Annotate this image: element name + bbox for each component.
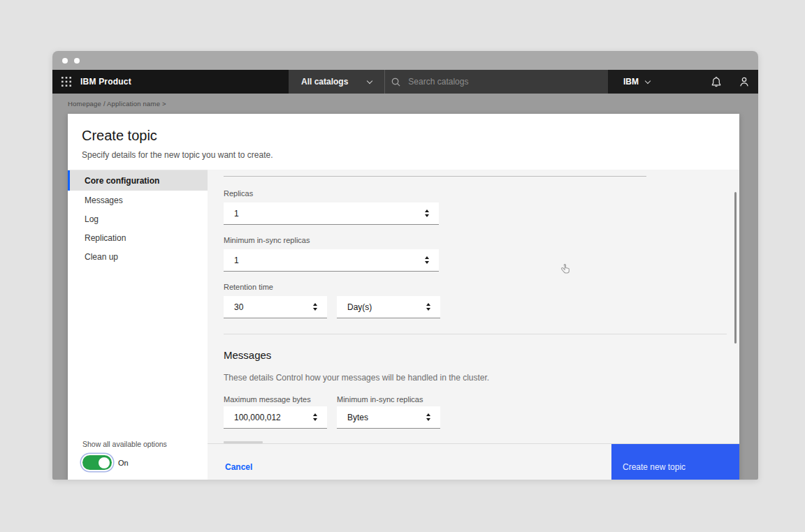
number-stepper-icon[interactable] bbox=[423, 303, 433, 311]
retention-time-input[interactable] bbox=[224, 296, 327, 318]
replicas-label: Replicas bbox=[224, 189, 253, 198]
page-title: Create topic bbox=[82, 128, 725, 144]
retention-time-label: Retention time bbox=[224, 283, 273, 291]
number-stepper-icon[interactable] bbox=[423, 413, 433, 422]
header-divider bbox=[384, 70, 385, 94]
page-backdrop: Homepage / Application name > Create top… bbox=[52, 94, 758, 480]
browser-window: IBM Product All catalogs IBM bbox=[52, 51, 758, 480]
window-control-dot[interactable] bbox=[74, 58, 80, 64]
search-icon bbox=[391, 77, 401, 87]
toggle-state-label: On bbox=[118, 459, 129, 467]
section-divider bbox=[224, 334, 727, 334]
app-switcher-icon bbox=[61, 77, 71, 87]
user-button[interactable] bbox=[730, 70, 758, 94]
notifications-button[interactable] bbox=[702, 70, 730, 94]
app-switcher-button[interactable] bbox=[52, 70, 80, 94]
min-insync-value[interactable] bbox=[234, 256, 422, 265]
min-insync-2-label: Minimum in-sync replicas bbox=[337, 395, 423, 404]
sidebar-item-label: Replication bbox=[85, 233, 126, 243]
show-options-toggle[interactable] bbox=[82, 455, 112, 470]
retention-unit-select[interactable] bbox=[337, 296, 440, 318]
bell-icon bbox=[711, 76, 722, 87]
user-icon bbox=[739, 76, 750, 87]
cancel-button[interactable]: Cancel bbox=[208, 444, 252, 480]
min-insync-label: Minimum in-sync replicas bbox=[224, 236, 310, 244]
sidebar-item-core-configuration[interactable]: Core configuration bbox=[68, 170, 208, 191]
app-header: IBM Product All catalogs IBM bbox=[52, 70, 758, 94]
chevron-down-icon bbox=[645, 77, 651, 83]
number-stepper-icon[interactable] bbox=[310, 413, 320, 422]
sidebar-item-label: Log bbox=[85, 214, 99, 224]
max-message-bytes-value[interactable] bbox=[234, 413, 310, 422]
max-message-bytes-input[interactable] bbox=[224, 406, 327, 429]
form-scroll-area: Replicas Minimum in-sync replicas Retent… bbox=[208, 170, 739, 443]
messages-section-title: Messages bbox=[224, 349, 271, 361]
product-name[interactable]: IBM Product bbox=[80, 77, 131, 87]
sidebar-item-label: Messages bbox=[85, 195, 123, 205]
modal-header: Create topic Specify details for the new… bbox=[68, 114, 739, 170]
clipped-input bbox=[224, 176, 646, 177]
show-options-label: Show all available options bbox=[82, 440, 203, 448]
min-insync-2-input[interactable] bbox=[337, 406, 440, 429]
sidebar-item-messages[interactable]: Messages bbox=[68, 191, 208, 209]
sidebar-item-label: Clean up bbox=[85, 252, 118, 262]
modal-sidebar: Core configuration Messages Log Replicat… bbox=[68, 170, 208, 480]
scrollbar-thumb[interactable] bbox=[734, 192, 737, 343]
catalog-dropdown[interactable]: All catalogs bbox=[289, 70, 384, 94]
sidebar-item-replication[interactable]: Replication bbox=[68, 228, 208, 247]
sidebar-item-label: Core configuration bbox=[85, 176, 159, 186]
modal-footer: Cancel Create new topic bbox=[208, 443, 739, 480]
search-input[interactable] bbox=[408, 77, 562, 87]
breadcrumb[interactable]: Homepage / Application name > bbox=[52, 94, 758, 108]
sidebar-item-log[interactable]: Log bbox=[68, 209, 208, 228]
create-topic-modal: Create topic Specify details for the new… bbox=[68, 114, 739, 480]
number-stepper-icon[interactable] bbox=[422, 256, 432, 265]
window-titlebar bbox=[52, 51, 758, 70]
replicas-value[interactable] bbox=[234, 209, 422, 219]
toggle-knob bbox=[99, 457, 110, 468]
account-menu[interactable]: IBM bbox=[608, 70, 665, 94]
catalog-dropdown-label: All catalogs bbox=[301, 77, 348, 87]
number-stepper-icon[interactable] bbox=[310, 303, 320, 311]
chevron-down-icon bbox=[367, 77, 372, 83]
sidebar-item-clean-up[interactable]: Clean up bbox=[68, 247, 208, 266]
window-control-dot[interactable] bbox=[62, 58, 68, 64]
max-message-bytes-label: Maximum message bytes bbox=[224, 395, 311, 404]
messages-section-description: These details Control how your messages … bbox=[224, 373, 489, 383]
number-stepper-icon[interactable] bbox=[422, 209, 432, 218]
retention-time-value[interactable] bbox=[234, 302, 310, 312]
min-insync-2-value[interactable] bbox=[347, 413, 423, 422]
min-insync-input[interactable] bbox=[224, 249, 439, 272]
page-subtitle: Specify details for the new topic you wa… bbox=[82, 150, 725, 160]
account-menu-label: IBM bbox=[623, 77, 639, 87]
retention-unit-value[interactable] bbox=[347, 302, 423, 312]
catalog-search bbox=[391, 70, 608, 94]
replicas-input[interactable] bbox=[224, 202, 439, 225]
create-new-topic-button[interactable]: Create new topic bbox=[611, 444, 739, 480]
